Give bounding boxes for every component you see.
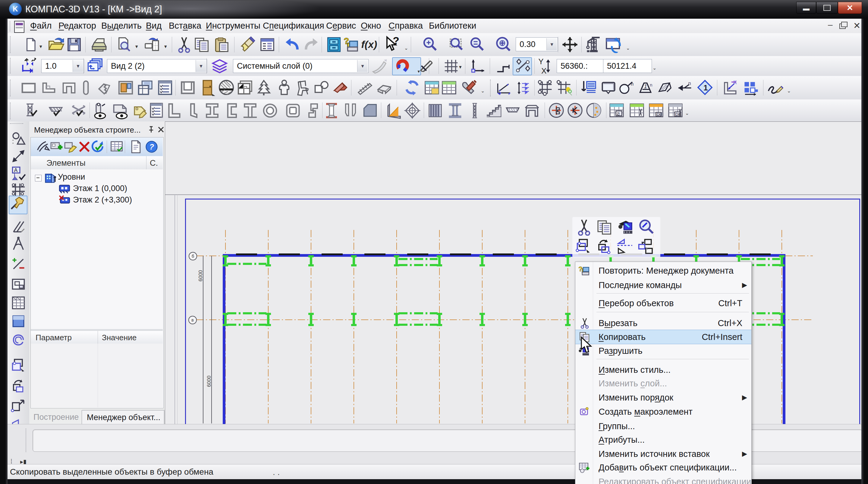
svg-text:Ƨ: Ƨ <box>617 112 620 116</box>
svg-text:A: A <box>14 167 18 173</box>
svg-text:?: ? <box>578 265 583 273</box>
svg-text:n: n <box>688 81 691 86</box>
svg-text:?: ? <box>393 36 399 47</box>
svg-text:1: 1 <box>644 84 647 90</box>
svg-text:1: 1 <box>704 83 708 92</box>
svg-text:n: n <box>631 81 633 87</box>
svg-text:Y: Y <box>538 57 544 66</box>
svg-text:X: X <box>541 67 547 75</box>
svg-text:DB: DB <box>657 112 662 117</box>
svg-text:n: n <box>650 83 652 87</box>
svg-text:?: ? <box>149 142 154 151</box>
